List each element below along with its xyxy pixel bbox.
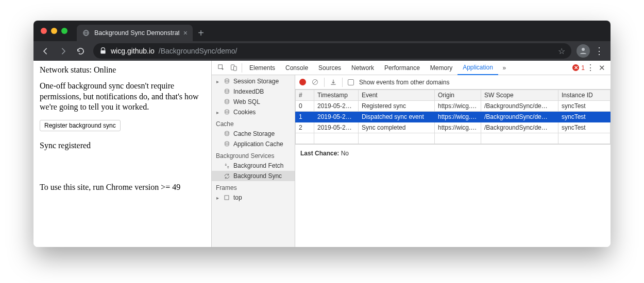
devtools-tab-memory[interactable]: Memory [425,61,457,75]
sidebar-item-background-sync[interactable]: Background Sync [212,171,295,181]
database-icon [223,109,230,116]
bookmark-icon[interactable]: ☆ [558,46,565,56]
inspect-element-icon[interactable] [215,62,227,74]
maximize-window-icon[interactable] [61,28,67,34]
devtools-tab-performance[interactable]: Performance [379,61,425,75]
devtools-menu-icon[interactable]: ⋮ [585,63,596,73]
sidebar-item-cache-storage[interactable]: Cache Storage [212,129,295,139]
browser-menu-icon[interactable]: ⋮ [592,45,606,57]
devtools-body: ▸Session StorageIndexedDBWeb SQL▸Cookies… [212,75,611,247]
sync-icon [223,173,230,180]
sidebar-heading-bgservices: Background Services [212,149,295,161]
table-cell: /BackgroundSync/de… [481,112,558,122]
database-icon [223,141,230,148]
browser-window: Background Sync Demonstratio × + wicg.gi… [33,21,611,247]
table-header[interactable]: Timestamp [314,90,359,101]
table-row[interactable]: 12019-05-2…Dispatched sync eventhttps://… [296,112,611,122]
database-icon [223,89,230,95]
table-cell: 2019-05-2… [314,112,359,122]
window-controls[interactable] [39,21,72,41]
error-icon: ✕ [572,64,579,71]
forward-button[interactable] [55,43,71,59]
more-tabs-icon[interactable]: » [498,64,511,72]
table-header[interactable]: SW Scope [481,90,558,101]
content-area: Network status: Online One-off backgroun… [33,61,611,247]
browser-tab[interactable]: Background Sync Demonstratio × [77,25,193,41]
globe-icon [82,29,90,37]
browser-toolbar: wicg.github.io/BackgroundSync/demo/ ☆ ⋮ [33,41,611,61]
download-icon[interactable] [330,79,337,86]
table-cell: Registered sync [359,101,435,112]
devtools-tab-console[interactable]: Console [280,61,313,75]
sidebar-item-background-fetch[interactable]: Background Fetch [212,161,295,171]
page-body: Network status: Online One-off backgroun… [33,61,211,247]
devtools-tab-elements[interactable]: Elements [244,61,280,75]
register-sync-button[interactable]: Register background sync [40,120,121,131]
sidebar-item-web-sql[interactable]: Web SQL [212,97,295,107]
table-header[interactable]: Event [359,90,435,101]
table-header[interactable]: Origin [435,90,481,101]
table-cell: 2019-05-2… [314,122,359,133]
svg-point-10 [225,99,229,101]
devtools-tab-network[interactable]: Network [346,61,379,75]
database-icon [223,78,230,85]
sidebar-heading-cache: Cache [212,117,295,129]
table-row[interactable]: 02019-05-2…Registered synchttps://wicg.…… [296,101,611,112]
device-toggle-icon[interactable] [227,62,240,74]
table-header[interactable]: # [296,90,314,101]
url-host: wicg.github.io [111,47,155,55]
show-other-domains-checkbox[interactable] [348,79,354,85]
devtools-tab-application[interactable]: Application [457,61,498,75]
lock-icon [99,47,107,55]
table-row [296,133,611,144]
tab-strip: Background Sync Demonstratio × + [33,21,611,41]
tab-title: Background Sync Demonstratio [94,29,179,37]
detail-value: No [341,150,349,157]
devtools-tab-sources[interactable]: Sources [313,61,346,75]
sidebar-item-cookies[interactable]: ▸Cookies [212,107,295,117]
address-bar[interactable]: wicg.github.io/BackgroundSync/demo/ ☆ [93,43,571,59]
svg-point-11 [225,110,229,111]
devtools-tabs: ElementsConsoleSourcesNetworkPerformance… [244,61,498,75]
devtools-close-icon[interactable]: ✕ [596,63,607,73]
close-window-icon[interactable] [41,28,47,34]
sidebar-item-session-storage[interactable]: ▸Session Storage [212,76,295,86]
error-indicator[interactable]: ✕ 1 [572,64,585,72]
application-sidebar: ▸Session StorageIndexedDBWeb SQL▸Cookies… [212,75,295,247]
devtools-tabbar: ElementsConsoleSourcesNetworkPerformance… [212,61,611,75]
sidebar-item-frame-top[interactable]: ▸top [212,192,295,203]
table-cell: syncTest [558,112,611,122]
minimize-window-icon[interactable] [51,28,57,34]
sidebar-item-indexeddb[interactable]: IndexedDB [212,86,295,97]
reload-button[interactable] [73,43,88,59]
table-header-row: #TimestampEventOriginSW ScopeInstance ID [296,90,611,101]
clear-icon[interactable] [311,78,319,86]
sidebar-item-application-cache[interactable]: Application Cache [212,139,295,149]
table-row[interactable]: 22019-05-2…Sync completedhttps://wicg.…/… [296,122,611,133]
svg-point-12 [225,131,229,133]
frame-icon [223,194,230,201]
record-icon[interactable] [299,79,306,85]
table-header[interactable]: Instance ID [558,90,611,101]
show-other-domains-label: Show events from other domains [359,79,449,86]
sidebar-heading-frames: Frames [212,181,295,192]
svg-point-4 [582,48,585,51]
svg-point-8 [225,79,229,80]
table-cell: syncTest [558,101,611,112]
table-cell: syncTest [558,122,611,133]
table-cell: 2019-05-2… [314,101,359,112]
table-cell: /BackgroundSync/de… [481,122,558,133]
profile-avatar[interactable] [577,44,590,58]
close-tab-icon[interactable]: × [183,29,188,37]
table-cell: 0 [296,101,314,112]
table-cell: /BackgroundSync/de… [481,101,558,112]
database-icon [223,131,230,137]
page-description: One-off background sync doesn't require … [40,81,205,113]
sync-registered-text: Sync registered [40,140,205,151]
table-cell: https://wicg.… [435,122,481,133]
back-button[interactable] [38,43,53,59]
new-tab-button[interactable]: + [193,25,209,41]
table-cell: 1 [296,112,314,122]
table-cell: 2 [296,122,314,133]
svg-rect-14 [225,196,229,200]
